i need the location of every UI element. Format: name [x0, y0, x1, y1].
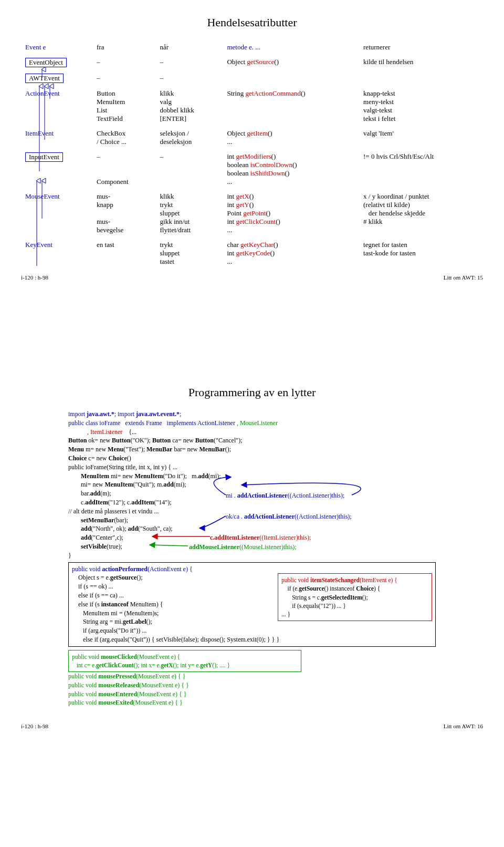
- me-c2: mus- knapp mus- bevegelse: [92, 189, 156, 237]
- ap-4: else if (s instanceof MenuItem) {: [72, 600, 272, 609]
- row-mouseevent: MouseEvent mus- knapp mus- bevegelse kli…: [21, 189, 483, 237]
- ie-c3: seleksjon / deseleksjon: [156, 126, 223, 149]
- footer-1-left: i-120 : h-98: [21, 274, 48, 281]
- mc-h: public void mouseClicked(MouseEvent e) {: [72, 653, 298, 661]
- annot-mi: mi . addActionListener((ActionListener)t…: [226, 491, 344, 500]
- ap-3: else if (s == ca) ...: [72, 591, 272, 600]
- annot-c: c.addItemListener((ItemListener)this);: [210, 533, 311, 542]
- me-c4: int getX()int getY()Point getPoint()int …: [227, 192, 280, 234]
- in-c5: != 0 hvis Crl/Shft/Esc/Alt: [359, 149, 483, 189]
- hdr-ret: returnerer: [359, 40, 483, 55]
- ke-c2: en tast: [92, 237, 156, 269]
- aw-c3: –: [156, 70, 223, 86]
- footer-2: i-120 : h-98 Litt om AWT: 16: [21, 723, 483, 729]
- mr: public void mouseReleased(MouseEvent e) …: [68, 681, 436, 690]
- line-g2: Menu m= new Menu("Test"); MenuBar bar= n…: [68, 445, 436, 454]
- row-itemevent: ItemEvent CheckBox / Choice ... seleksjo…: [21, 126, 483, 149]
- line-g1: Button ok= new Button("OK"); Button ca= …: [68, 436, 436, 445]
- page-1: Hendelsesatributter Event e fra når meto…: [21, 16, 483, 281]
- eo-c2: –: [92, 55, 156, 70]
- isc-4: ... }: [281, 610, 428, 618]
- row-actionevent: ActionEvent Button MenuItem List TextFie…: [21, 86, 483, 126]
- mp: public void mousePressed(MouseEvent e) {…: [68, 672, 436, 681]
- line-ctor-close: }: [68, 551, 436, 560]
- hdr-fra: fra: [92, 40, 156, 55]
- ap-8: else if (arg.equals("Quit")) { setVisibl…: [72, 635, 432, 644]
- ke-c4: char getKeyChar()int getKeyCode()...: [227, 241, 278, 265]
- box-awtevent: AWTEvent: [25, 74, 64, 83]
- ie-c4: Object getItem()...: [227, 129, 272, 146]
- ap-1: Object s = e.getSource();: [72, 573, 272, 582]
- isc-3: if (s.equals("12")) ... }: [281, 602, 428, 610]
- line-class-decl2: , ItemListener {...: [68, 428, 436, 437]
- ap-2: if (s == ok) ...: [72, 582, 272, 591]
- line-class-decl: public class ioFrame extends Frame imple…: [68, 419, 436, 428]
- ae-c4: String getActionCommand(): [227, 89, 305, 97]
- me-c3: klikk trykt sluppet gikk inn/ut flyttet/…: [156, 189, 223, 237]
- ae-c5: knapp-tekst meny-tekst valgt-tekst tekst…: [359, 86, 483, 126]
- ke-c3: trykt sluppet tastet: [156, 237, 223, 269]
- annot-ml: addMouseListener((MouseListener)this);: [189, 543, 297, 552]
- row-inputevent: InputEvent – Component – int getModifier…: [21, 149, 483, 189]
- line-ctor-1: MenuItem mi= new MenuItem("Do it"); m.ad…: [68, 472, 436, 481]
- annot-okca: ok/ca . addActionListener((ActionListene…: [226, 512, 352, 521]
- aw-c2: –: [92, 70, 156, 86]
- in-c3: –: [156, 149, 223, 189]
- footer-1: i-120 : h-98 Litt om AWT: 15: [21, 274, 483, 281]
- table-header-row: Event e fra når metode e. ... returnerer: [21, 40, 483, 55]
- mc-1: int c= e.getClickCount(); int x= e.getX(…: [72, 661, 298, 669]
- isc-2: String s = c.getSelectedItem();: [281, 593, 428, 602]
- hdr-event: Event e: [25, 43, 46, 51]
- lbl-keyevent: KeyEvent: [25, 241, 52, 249]
- box-itemstatechanged: public void itemStateSchanged(ItemEvent …: [278, 573, 432, 621]
- isc-h: public void itemStateSchanged(ItemEvent …: [281, 576, 428, 584]
- eo-c5: kilde til hendelsen: [359, 55, 483, 70]
- line-ctor-h: public ioFrame(String title, int x, int …: [68, 463, 436, 472]
- men: public void mouseEntered(MouseEvent e) {…: [68, 690, 436, 699]
- ap-5: MenuItem mi = (MenuItem)s;: [72, 609, 272, 618]
- ie-c2: CheckBox / Choice ...: [92, 126, 156, 149]
- isc-1: if (e.getSource() instanceof Choice) {: [281, 584, 428, 593]
- ap-h: public void actionPerformed(ActionEvent …: [72, 565, 432, 574]
- footer-1-right: Litt om AWT: 15: [444, 274, 483, 281]
- lbl-actionevent: ActionEvent: [25, 89, 60, 97]
- ap-7: if (arg.equals("Do it")) ...: [72, 626, 272, 635]
- hdr-metode: metode e. ...: [227, 43, 260, 51]
- box-inputevent: InputEvent: [25, 152, 63, 162]
- footer-2-right: Litt om AWT: 16: [444, 723, 483, 729]
- ie-c5: valgt 'Item': [359, 126, 483, 149]
- ke-c5: tegnet for tasten tast-kode for tasten: [359, 237, 483, 269]
- line-ctor-7: add("North", ok); add("South", ca);: [68, 524, 436, 533]
- in-c4: int getModifiers()boolean isControlDown(…: [227, 152, 297, 185]
- eo-c3: –: [156, 55, 223, 70]
- line-ctor-2: mi= new MenuItem("Quit"); m.add(mi);: [68, 480, 436, 489]
- box-eventobject: EventObject: [25, 58, 67, 67]
- ae-c3: klikk valg dobbel klikk [ENTER]: [156, 86, 223, 126]
- page2-title: Programmering av en lytter: [21, 386, 483, 399]
- eo-c4: Object getSource(): [227, 58, 279, 66]
- row-eventobject: EventObject – – Object getSource() kilde…: [21, 55, 483, 70]
- event-table-wrap: Event e fra når metode e. ... returnerer…: [21, 40, 483, 269]
- box-actionperformed: public void actionPerformed(ActionEvent …: [68, 562, 436, 647]
- in-c2: – Component: [92, 149, 156, 189]
- row-awtevent: AWTEvent – –: [21, 70, 483, 86]
- me-c5: x / y koordinat / punktet (relativt til …: [359, 189, 483, 237]
- hdr-nar: når: [156, 40, 223, 55]
- page-2: Programmering av en lytter import java.a…: [21, 386, 483, 729]
- lbl-itemevent: ItemEvent: [25, 129, 54, 137]
- ap-6: String arg = mi.getLabel();: [72, 617, 272, 626]
- line-import: import java.awt.*; import java.awt.event…: [68, 410, 436, 419]
- box-mouseclicked: public void mouseClicked(MouseEvent e) {…: [68, 650, 301, 672]
- code-block: import java.awt.*; import java.awt.event…: [68, 410, 436, 707]
- event-table: Event e fra når metode e. ... returnerer…: [21, 40, 483, 269]
- mex: public void mouseExited(MouseEvent e) { …: [68, 698, 436, 707]
- line-g3: Choice c= new Choice(): [68, 454, 436, 463]
- page1-title: Hendelsesatributter: [21, 16, 483, 29]
- lbl-mouseevent: MouseEvent: [25, 192, 60, 200]
- footer-2-left: i-120 : h-98: [21, 723, 48, 729]
- ae-c2: Button MenuItem List TextField: [92, 86, 156, 126]
- row-keyevent: KeyEvent en tast trykt sluppet tastet ch…: [21, 237, 483, 269]
